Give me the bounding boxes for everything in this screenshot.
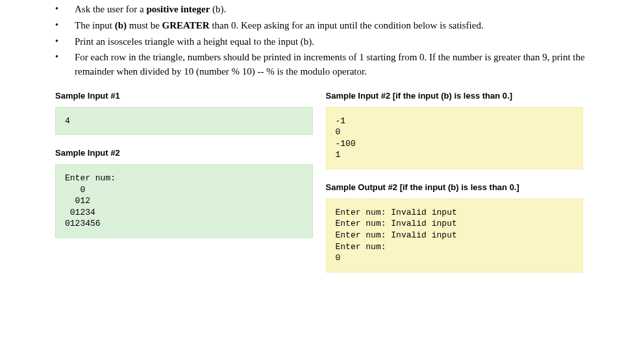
- text-fragment: than 0. Keep asking for an input until t…: [210, 20, 484, 30]
- document-content: Ask the user for a positive integer (b).…: [0, 0, 622, 285]
- text-fragment: (b).: [210, 4, 226, 14]
- sample-output-2-heading: Sample Output #2 [if the input (b) is le…: [326, 182, 584, 192]
- text-fragment: The input: [75, 20, 115, 30]
- instruction-list: Ask the user for a positive integer (b).…: [0, 0, 603, 79]
- instruction-item: Ask the user for a positive integer (b).: [55, 3, 603, 17]
- sample-input-2-heading: Sample Input #2: [55, 148, 313, 158]
- sample-input-1-heading: Sample Input #1: [55, 91, 313, 101]
- sample-input-2b-heading: Sample Input #2 [if the input (b) is les…: [326, 91, 584, 101]
- text-fragment: must be: [127, 20, 162, 30]
- bold-text: positive integer: [146, 4, 210, 14]
- instruction-item: The input (b) must be GREATER than 0. Ke…: [55, 19, 603, 33]
- bold-text: GREATER: [162, 20, 210, 30]
- instruction-item: Print an isosceles triangle with a heigh…: [55, 35, 603, 49]
- instruction-item: For each row in the triangle, numbers sh…: [55, 51, 603, 79]
- sample-output-2-code: Enter num: Invalid input Enter num: Inva…: [326, 199, 584, 273]
- sample-input-1-code: 4: [55, 107, 313, 136]
- left-column: Sample Input #1 4 Sample Input #2 Enter …: [55, 91, 313, 285]
- right-column: Sample Input #2 [if the input (b) is les…: [326, 91, 584, 285]
- text-fragment: Print an isosceles triangle with a heigh…: [75, 36, 314, 47]
- text-fragment: Ask the user for a: [75, 4, 146, 14]
- sample-input-2-code: Enter num: 0 012 01234 0123456: [55, 164, 313, 238]
- samples-columns: Sample Input #1 4 Sample Input #2 Enter …: [0, 91, 603, 285]
- bold-text: (b): [115, 20, 127, 30]
- text-fragment: For each row in the triangle, numbers sh…: [75, 52, 585, 77]
- sample-input-2b-code: -1 0 -100 1: [326, 107, 584, 169]
